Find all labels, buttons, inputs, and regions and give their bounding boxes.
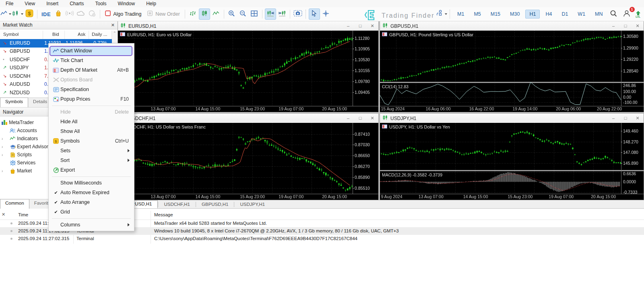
context-menu-item-specification[interactable]: Specification (50, 85, 133, 94)
cloud-button[interactable] (76, 9, 86, 19)
symbols-button[interactable]: $ (24, 9, 35, 19)
context-menu-item-grid[interactable]: ✔Grid (50, 207, 133, 217)
column-ask[interactable]: Ask (78, 32, 85, 37)
terminal-log-row[interactable]: 2025.09.24 11:27:02.315TerminalC:\Users\… (0, 235, 644, 243)
chart-shift-button[interactable] (277, 9, 287, 19)
tab-symbols[interactable]: Symbols (0, 97, 28, 107)
column-symbol[interactable]: Symbol (3, 32, 19, 37)
context-menu-item-columns[interactable]: Columns (50, 220, 133, 230)
price-chart-canvas[interactable] (118, 123, 378, 200)
chart-tab-usdjpy-h1[interactable]: USDJPY,H1 (234, 201, 270, 207)
time-axis-label[interactable]: 15 Aug 2024 (381, 106, 405, 111)
time-axis-label[interactable]: 13 Aug 07:00 (419, 194, 444, 199)
time-axis-label[interactable]: 19 Aug 07:00 (549, 194, 574, 199)
price-chart-canvas[interactable] (380, 123, 644, 200)
chart-body[interactable]: 0.874100.870300.866500.862700.858900.855… (118, 123, 378, 200)
menu-charts[interactable]: Charts (64, 0, 89, 7)
close-icon[interactable]: ✕ (632, 116, 644, 121)
expander-icon[interactable]: › (2, 145, 3, 149)
chart-profile-button[interactable] (12, 9, 23, 19)
chart-body[interactable]: MACD(12,26,9) -0.3582 -0.37390.66360.000… (380, 123, 644, 200)
indicators-dropdown-button[interactable] (436, 9, 447, 19)
maximize-icon[interactable]: □ (619, 116, 632, 121)
chart-type-button[interactable] (0, 9, 11, 19)
context-menu-item-show-all[interactable]: Show All (50, 126, 133, 136)
chart-window-eurusd[interactable]: EURUSD,H1–□✕1.112801.109051.105301.10155… (118, 21, 379, 112)
lvl-indicator[interactable]: LVL (636, 11, 641, 18)
timeframe-mn[interactable]: MN (591, 10, 607, 19)
minimize-icon[interactable]: – (342, 23, 354, 29)
terminal-column-time[interactable]: Time (18, 212, 28, 217)
minimize-icon[interactable]: – (607, 116, 619, 121)
timeframe-m30[interactable]: M30 (506, 10, 524, 19)
market-store-button[interactable] (53, 9, 64, 19)
price-chart-canvas[interactable] (118, 31, 378, 112)
column-daily[interactable]: Daily ... (92, 32, 107, 37)
timeframe-h1[interactable]: H1 (525, 10, 540, 19)
time-axis-label[interactable]: 15 Aug 23:00 (508, 194, 533, 199)
maximize-icon[interactable]: □ (619, 23, 632, 29)
time-axis-label[interactable]: 15 Aug 23:00 (240, 106, 265, 111)
maximize-icon[interactable]: □ (354, 116, 366, 121)
close-icon[interactable]: ✕ (111, 23, 115, 28)
maximize-icon[interactable]: □ (354, 23, 366, 29)
context-menu-item-popup-prices[interactable]: Popup PricesF10 (50, 94, 133, 104)
time-axis-label[interactable]: 13 Aug 07:00 (151, 106, 176, 111)
time-axis-label[interactable]: 14 Aug 15:00 (195, 106, 220, 111)
tab-common[interactable]: Common (0, 199, 29, 209)
time-axis-label[interactable]: 20 Aug 22:00 (597, 106, 622, 111)
price-chart-canvas[interactable] (380, 31, 644, 112)
search-button[interactable] (608, 9, 619, 19)
time-axis-label[interactable]: 20 Aug 06:00 (556, 106, 581, 111)
time-axis-label[interactable]: 20 Aug 15:00 (322, 106, 347, 111)
context-menu-item-tick-chart[interactable]: Tick Chart (50, 56, 133, 65)
chart-window-titlebar[interactable]: USDJPY,H1–□✕ (380, 114, 644, 123)
new-order-button[interactable]: New Order (144, 9, 182, 19)
timeframe-h4[interactable]: H4 (541, 10, 556, 19)
candlestick-mode-button[interactable] (199, 8, 210, 20)
chart-window-titlebar[interactable]: EURUSD,H1–□✕ (118, 21, 378, 31)
time-axis-label[interactable]: 14 Aug 15:00 (463, 194, 488, 199)
timeframe-m15[interactable]: M15 (487, 10, 504, 19)
expander-icon[interactable]: › (2, 169, 3, 173)
chart-body[interactable]: 1.112801.109051.105301.101551.097801.094… (118, 31, 378, 112)
screenshot-button[interactable] (293, 9, 303, 19)
time-axis-label[interactable]: 19 Aug 14:00 (512, 106, 537, 111)
terminal-column-message[interactable]: Message (154, 212, 173, 217)
algo-trading-button[interactable]: Algo Trading (103, 9, 144, 19)
close-icon[interactable]: ✕ (632, 23, 644, 29)
time-axis-label[interactable]: 19 Aug 07:00 (279, 106, 303, 111)
time-axis-label[interactable]: 15 Aug 23:00 (240, 194, 265, 199)
menu-view[interactable]: View (19, 0, 41, 7)
zoom-out-button[interactable] (238, 9, 248, 19)
timeframe-w1[interactable]: W1 (574, 10, 589, 19)
column-bid[interactable]: Bid (52, 32, 59, 37)
chart-tab-usdchf-h1[interactable]: USDCHF,H1 (158, 201, 196, 207)
time-axis-label[interactable]: 9 Aug 2024 (381, 194, 402, 199)
menu-window[interactable]: Window (112, 0, 141, 7)
time-axis-label[interactable]: 16 Aug 22:00 (469, 106, 494, 111)
chart-window-titlebar[interactable]: GBPUSD,H1–□✕ (380, 21, 644, 31)
menu-file[interactable]: File (0, 0, 19, 7)
context-menu-item-chart-window[interactable]: Chart Window (50, 46, 133, 56)
time-axis-label[interactable]: 16 Aug 06:00 (426, 106, 451, 111)
timeframe-m5[interactable]: M5 (470, 10, 485, 19)
close-icon[interactable]: ✕ (366, 116, 378, 121)
ide-button[interactable]: IDE (40, 9, 52, 19)
close-icon[interactable]: ✕ (366, 23, 378, 29)
chart-window-usdchf[interactable]: USDCHF,H1–□✕0.874100.870300.866500.86270… (118, 113, 379, 200)
menu-insert[interactable]: Insert (41, 0, 64, 7)
context-menu-item-depth-of-market[interactable]: Depth Of MarketAlt+B (50, 65, 133, 75)
scroll-up-icon[interactable]: ^ (114, 31, 116, 34)
time-axis-label[interactable]: 19 Aug 07:00 (279, 194, 303, 199)
line-chart-mode-button[interactable] (211, 9, 221, 19)
time-axis-label[interactable]: 20 Aug 15:00 (322, 194, 347, 199)
signals-button[interactable] (64, 9, 75, 19)
cursor-button[interactable] (309, 8, 320, 20)
context-menu-item-show-milliseconds[interactable]: Show Milliseconds (50, 178, 133, 188)
auto-scroll-button[interactable] (265, 8, 276, 20)
time-axis-label[interactable]: 13 Aug 07:00 (151, 194, 176, 199)
crosshair-button[interactable] (321, 9, 331, 19)
expander-icon[interactable]: › (2, 153, 3, 157)
timeframe-d1[interactable]: D1 (557, 10, 572, 19)
